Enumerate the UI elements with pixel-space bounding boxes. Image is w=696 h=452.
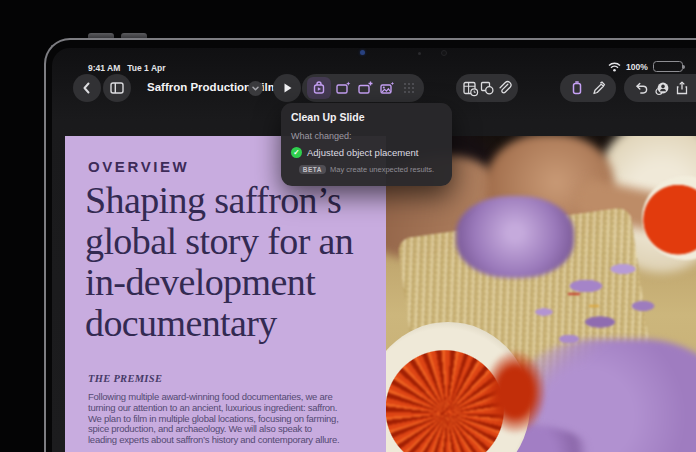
status-bar-left: 9:41 AM Tue 1 Apr — [88, 63, 166, 73]
chevron-down-icon — [251, 84, 260, 93]
ipad-bezel: 9:41 AM Tue 1 Apr 100% — [44, 38, 696, 452]
image-sparkle-icon — [379, 80, 395, 96]
image-ai-icon — [335, 80, 351, 96]
slide-title-line: Shaping saffron’s — [85, 180, 353, 221]
format-button[interactable] — [567, 78, 587, 98]
date-text: Tue 1 Apr — [127, 63, 165, 73]
clean-up-button[interactable] — [307, 77, 331, 99]
beta-note: May create unexpected results. — [330, 165, 434, 174]
share-button[interactable] — [672, 78, 692, 98]
slide-title-line: in-development — [85, 262, 353, 303]
sensor-dot-icon — [418, 52, 421, 55]
collaborate-icon — [653, 80, 670, 97]
insert-image-ai-button[interactable] — [333, 78, 353, 98]
format-panel-icon — [569, 80, 585, 96]
slide-navigator-button[interactable] — [103, 74, 131, 102]
shapes-button[interactable] — [479, 78, 496, 98]
slide-body-line: turning our attention to an ancient, lux… — [88, 403, 339, 414]
photo-thread-spill — [484, 350, 546, 434]
battery-icon — [653, 61, 683, 72]
back-button[interactable] — [73, 74, 101, 102]
undo-icon — [633, 80, 649, 96]
status-bar-right: 100% — [608, 61, 683, 72]
slide-navigator-icon — [109, 80, 125, 96]
clean-up-popover: Clean Up Slide What changed: ✓ Adjusted … — [281, 103, 452, 186]
slide-title[interactable]: Shaping saffron’s global story for an in… — [85, 180, 353, 344]
ipad-screen: 9:41 AM Tue 1 Apr 100% — [52, 48, 696, 452]
checkmark-icon: ✓ — [291, 147, 302, 158]
front-camera-icon — [360, 50, 365, 55]
document-menu-button[interactable] — [248, 81, 263, 96]
object-tools-group — [456, 74, 518, 102]
slide-title-line: documentary — [85, 303, 353, 344]
share-icon — [674, 80, 690, 96]
undo-button[interactable] — [631, 78, 651, 98]
shapes-icon — [479, 80, 495, 96]
slide-plus-icon — [357, 80, 373, 96]
clean-up-icon — [311, 80, 327, 96]
format-tools-group — [560, 74, 616, 102]
table-chart-button[interactable] — [462, 78, 479, 98]
slide-body-line: leading experts about saffron’s history … — [88, 435, 339, 446]
slide-section-label[interactable]: THE PREMISE — [88, 373, 162, 384]
slide-body-text[interactable]: Following multiple award-winning food do… — [88, 392, 339, 446]
add-slide-button[interactable] — [355, 78, 375, 98]
slide-eyebrow[interactable]: OVERVIEW — [88, 158, 189, 175]
device-frame: 9:41 AM Tue 1 Apr 100% — [0, 0, 696, 452]
insert-tools-group — [302, 74, 424, 102]
chevron-left-icon — [79, 80, 95, 96]
popover-title: Clean Up Slide — [291, 111, 442, 123]
popover-change-item: Adjusted object placement — [307, 147, 418, 158]
wifi-icon — [608, 62, 621, 72]
play-icon — [280, 81, 294, 95]
marker-icon — [591, 80, 607, 96]
image-sparkle-button[interactable] — [377, 78, 397, 98]
table-chart-icon — [462, 80, 479, 97]
play-button[interactable] — [273, 74, 301, 102]
beta-badge: BETA — [299, 165, 326, 174]
attachment-button[interactable] — [496, 78, 513, 98]
popover-section-label: What changed: — [291, 131, 442, 141]
grid-icon — [402, 81, 416, 95]
grid-button[interactable] — [399, 78, 419, 98]
collaborate-button[interactable] — [652, 78, 672, 98]
slide-title-line: global story for an — [85, 221, 353, 262]
actions-group — [624, 74, 696, 102]
draw-button[interactable] — [589, 78, 609, 98]
clock-text: 9:41 AM — [88, 63, 120, 73]
camera-lens-icon — [441, 50, 447, 56]
paperclip-icon — [496, 80, 512, 96]
battery-percent: 100% — [626, 62, 648, 72]
